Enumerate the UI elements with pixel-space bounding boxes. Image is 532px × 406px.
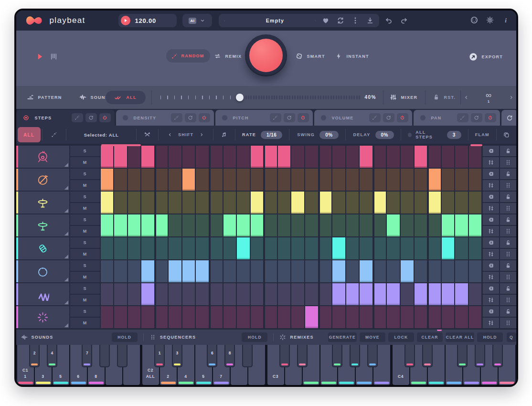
tab-pan[interactable]: PAN <box>414 110 500 126</box>
tempo-play-icon[interactable] <box>121 16 130 25</box>
track-settings-button[interactable] <box>483 180 499 191</box>
track-lock-button[interactable] <box>500 192 516 202</box>
step-14[interactable] <box>278 169 291 191</box>
shift-right-icon[interactable] <box>199 132 204 138</box>
step-9[interactable] <box>210 169 223 191</box>
step-18[interactable] <box>332 169 345 191</box>
step-20-active[interactable] <box>360 146 372 168</box>
track-expand-corner[interactable] <box>64 278 68 281</box>
step-25-active[interactable] <box>428 283 441 305</box>
step-15[interactable] <box>291 283 304 305</box>
step-12[interactable] <box>251 169 264 191</box>
step-28[interactable] <box>469 283 482 305</box>
solo-button[interactable]: S <box>70 146 100 156</box>
step-13[interactable] <box>264 192 277 214</box>
track-expand-corner[interactable] <box>64 323 68 327</box>
step-24[interactable] <box>415 214 427 236</box>
black-key-octave-c4-2[interactable] <box>422 345 433 367</box>
step-19[interactable] <box>346 260 359 282</box>
step-2[interactable] <box>114 192 127 214</box>
track-lock-button[interactable] <box>500 283 516 294</box>
black-key-octave-c4-3[interactable] <box>457 345 468 367</box>
step-16[interactable] <box>305 214 318 236</box>
step-4-active[interactable] <box>141 260 154 282</box>
refresh-icon[interactable] <box>471 113 482 122</box>
step-28-active[interactable] <box>469 214 482 236</box>
step-19[interactable] <box>346 169 359 191</box>
step-17[interactable] <box>319 260 332 282</box>
tab-steps[interactable]: STEPS <box>16 110 115 126</box>
step-11[interactable] <box>237 146 250 168</box>
mixer-button[interactable]: MIXER <box>390 94 418 101</box>
step-8-active[interactable] <box>196 260 209 282</box>
track-select-kick[interactable] <box>16 146 69 168</box>
step-12[interactable] <box>251 237 264 259</box>
rate-value[interactable]: 1/16 <box>261 131 282 139</box>
step-11-active[interactable] <box>237 237 250 259</box>
step-21[interactable] <box>373 169 386 191</box>
step-16-active[interactable] <box>305 306 318 328</box>
step-10[interactable] <box>223 306 236 328</box>
step-13[interactable] <box>264 306 277 328</box>
step-11[interactable] <box>237 169 250 191</box>
step-27[interactable] <box>455 169 468 191</box>
reset-button[interactable]: RST. <box>433 94 456 101</box>
step-2-active[interactable] <box>114 146 127 168</box>
track-drag-handle[interactable] <box>500 295 516 305</box>
track-drag-handle[interactable] <box>500 272 516 282</box>
step-2[interactable] <box>114 237 127 259</box>
step-20[interactable] <box>360 192 372 214</box>
step-2[interactable] <box>114 306 127 328</box>
quantize-button[interactable]: Q <box>507 332 516 342</box>
step-24-active[interactable] <box>415 283 427 305</box>
ai-mode-dropdown[interactable]: AI <box>182 14 212 27</box>
track-lock-button[interactable] <box>500 237 516 248</box>
shift-left-icon[interactable] <box>167 132 172 138</box>
step-27[interactable] <box>455 260 468 282</box>
track-select-clap-burst[interactable] <box>16 306 69 328</box>
black-key-octave-c4-1[interactable] <box>404 345 415 367</box>
step-5[interactable] <box>155 260 168 282</box>
black-key-octave-c1-4[interactable] <box>99 345 110 367</box>
step-10-active[interactable] <box>223 214 236 236</box>
randomize-icon[interactable] <box>270 113 281 122</box>
favorite-icon[interactable] <box>322 17 330 24</box>
step-5[interactable] <box>155 237 168 259</box>
preset-next-icon[interactable] <box>315 18 316 24</box>
solo-button[interactable]: S <box>70 306 100 317</box>
black-key-octave-c1-5[interactable] <box>117 345 128 367</box>
randomize-icon[interactable] <box>457 113 468 122</box>
step-12[interactable] <box>251 283 264 305</box>
track-lock-button[interactable] <box>500 260 516 271</box>
power-icon[interactable] <box>397 113 408 122</box>
step-16[interactable] <box>305 192 318 214</box>
step-8[interactable] <box>196 237 209 259</box>
track-drag-handle[interactable] <box>500 203 516 214</box>
step-17[interactable] <box>319 169 332 191</box>
tempo-value[interactable]: 120.00 <box>135 17 156 24</box>
step-16[interactable] <box>305 146 318 168</box>
remix-button[interactable]: REMIX <box>214 53 242 60</box>
step-12[interactable] <box>251 260 264 282</box>
instant-button[interactable]: INSTANT <box>335 53 369 60</box>
step-23[interactable] <box>401 214 414 236</box>
step-25[interactable] <box>428 214 441 236</box>
step-14[interactable] <box>278 192 291 214</box>
refresh-icon[interactable] <box>383 113 394 122</box>
step-15[interactable] <box>291 169 304 191</box>
step-12[interactable] <box>251 306 264 328</box>
step-8[interactable] <box>196 169 209 191</box>
step-6[interactable] <box>169 169 181 191</box>
step-5[interactable] <box>155 169 168 191</box>
track-expand-corner[interactable] <box>64 232 68 235</box>
step-19[interactable] <box>346 214 359 236</box>
copy-icon[interactable] <box>503 131 510 138</box>
step-24-active[interactable] <box>415 146 427 168</box>
black-key-octave-c3-1[interactable] <box>279 345 290 367</box>
step-22[interactable] <box>387 237 400 259</box>
remixes-section-label[interactable]: REMIXES <box>279 334 313 341</box>
step-21[interactable] <box>373 214 386 236</box>
step-13[interactable] <box>264 169 277 191</box>
track-expand-corner[interactable] <box>64 300 68 304</box>
step-9[interactable] <box>210 283 223 305</box>
